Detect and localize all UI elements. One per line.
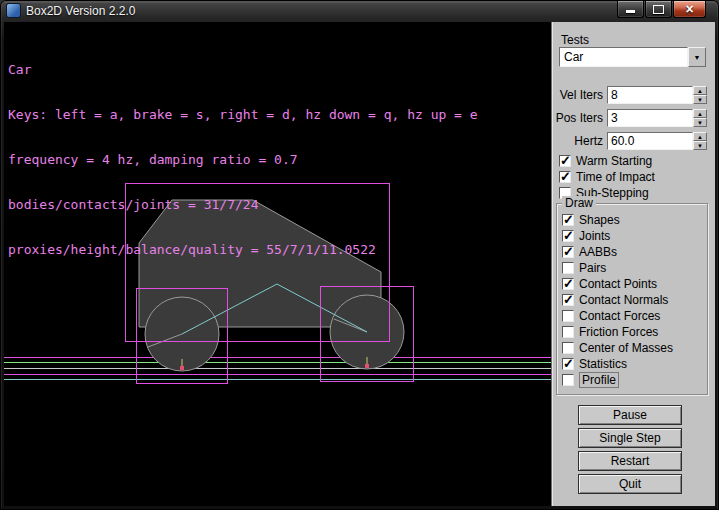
checkbox-draw-friction-forces[interactable]: Friction Forces [562, 324, 705, 340]
single-step-button-label: Single Step [599, 431, 660, 445]
arrow-up-icon: ▲ [697, 88, 703, 94]
pos-iters-up-button[interactable]: ▲ [693, 109, 707, 118]
minimize-button[interactable] [617, 1, 644, 18]
checkbox-warm-starting[interactable]: ✓ Warm Starting [559, 153, 655, 169]
checkbox-draw-contact-points[interactable]: ✓ Contact Points [562, 276, 705, 292]
checkbox-box[interactable]: ✓ [562, 278, 574, 290]
single-step-button[interactable]: Single Step [578, 428, 682, 448]
restart-button[interactable]: Restart [578, 451, 682, 471]
checkbox-box[interactable]: ✓ [562, 358, 574, 370]
checkbox-box[interactable]: ✓ [562, 246, 574, 258]
hertz-up-button[interactable]: ▲ [693, 132, 707, 141]
checkbox-label: Warm Starting [576, 154, 652, 168]
proxies-stats-line: proxies/height/balance/quality = 55/7/1/… [8, 242, 478, 257]
checkbox-box[interactable] [562, 310, 574, 322]
checkbox-label: Time of Impact [576, 170, 655, 184]
checkbox-draw-contact-forces[interactable]: Contact Forces [562, 308, 705, 324]
arrow-down-icon: ▼ [697, 143, 703, 149]
chevron-down-icon: ▼ [694, 54, 701, 61]
restart-button-label: Restart [611, 454, 650, 468]
checkbox-label: Pairs [579, 261, 606, 275]
pause-button-label: Pause [613, 408, 647, 422]
hertz-label: Hertz [554, 134, 603, 148]
checkbox-box[interactable] [562, 342, 574, 354]
simulation-canvas[interactable]: Car Keys: left = a, brake = s, right = d… [4, 22, 551, 506]
arrow-up-icon: ▲ [697, 134, 703, 140]
checkbox-draw-contact-normals[interactable]: ✓ Contact Normals [562, 292, 705, 308]
checkbox-label: Contact Forces [579, 309, 660, 323]
checkbox-box[interactable] [562, 374, 574, 386]
app-window: Box2D Version 2.2.0 × [0, 0, 719, 510]
checkbox-draw-profile[interactable]: Profile [562, 372, 705, 388]
left-contact-point [180, 366, 184, 370]
checkbox-label: AABBs [579, 245, 617, 259]
checkbox-box[interactable]: ✓ [559, 171, 571, 183]
maximize-icon [653, 5, 664, 14]
maximize-button[interactable] [645, 1, 672, 18]
vel-iters-spinner: Vel Iters 8 ▲ ▼ [554, 86, 707, 104]
checkbox-draw-joints[interactable]: ✓ Joints [562, 228, 705, 244]
checkbox-draw-pairs[interactable]: Pairs [562, 260, 705, 276]
window-controls: × [617, 1, 706, 18]
checkbox-box[interactable] [562, 262, 574, 274]
checkbox-box[interactable]: ✓ [562, 214, 574, 226]
title-bar[interactable]: Box2D Version 2.2.0 × [0, 0, 719, 22]
pause-button[interactable]: Pause [578, 405, 682, 425]
pos-iters-down-button[interactable]: ▼ [693, 118, 707, 127]
control-panel: Tests Car ▼ Vel Iters 8 ▲ ▼ Pos Iters 3 … [551, 22, 715, 506]
arrow-up-icon: ▲ [697, 111, 703, 117]
checkbox-label: Profile [579, 372, 619, 388]
vel-iters-arrows: ▲ ▼ [693, 86, 707, 104]
vel-iters-label: Vel Iters [554, 88, 603, 102]
hertz-arrows: ▲ ▼ [693, 132, 707, 150]
quit-button[interactable]: Quit [578, 474, 682, 494]
solver-options: ✓ Warm Starting ✓ Time of Impact Sub-Ste… [559, 153, 655, 201]
checkbox-label: Statistics [579, 357, 627, 371]
checkbox-draw-statistics[interactable]: ✓ Statistics [562, 356, 705, 372]
draw-group-title: Draw [562, 196, 596, 210]
close-icon: × [685, 2, 693, 17]
checkbox-draw-aabbs[interactable]: ✓ AABBs [562, 244, 705, 260]
debug-stats-text: Car Keys: left = a, brake = s, right = d… [8, 32, 478, 287]
checkbox-label: Friction Forces [579, 325, 658, 339]
pos-iters-spinner: Pos Iters 3 ▲ ▼ [554, 109, 707, 127]
checkbox-draw-shapes[interactable]: ✓ Shapes [562, 212, 705, 228]
tests-dropdown[interactable]: Car ▼ [559, 47, 706, 67]
vel-iters-input[interactable]: 8 [607, 86, 693, 104]
test-title: Car [8, 62, 478, 77]
arrow-down-icon: ▼ [697, 120, 703, 126]
checkbox-label: Contact Normals [579, 293, 668, 307]
checkbox-label: Contact Points [579, 277, 657, 291]
checkbox-label: Center of Masses [579, 341, 673, 355]
checkbox-label: Joints [579, 229, 610, 243]
pos-iters-label: Pos Iters [554, 111, 603, 125]
vel-iters-up-button[interactable]: ▲ [693, 86, 707, 95]
arrow-down-icon: ▼ [697, 97, 703, 103]
vel-iters-down-button[interactable]: ▼ [693, 95, 707, 104]
action-buttons: Pause Single Step Restart Quit [578, 405, 682, 497]
checkbox-draw-center-of-masses[interactable]: Center of Masses [562, 340, 705, 356]
tests-dropdown-value[interactable]: Car [559, 47, 688, 67]
right-contact-point [365, 364, 369, 368]
pos-iters-input[interactable]: 3 [607, 109, 693, 127]
pos-iters-arrows: ▲ ▼ [693, 109, 707, 127]
close-button[interactable]: × [673, 1, 706, 18]
minimize-icon [626, 10, 635, 13]
keys-help-line: Keys: left = a, brake = s, right = d, hz… [8, 107, 478, 122]
quit-button-label: Quit [619, 477, 641, 491]
tests-dropdown-button[interactable]: ▼ [688, 47, 706, 67]
app-icon [7, 4, 20, 17]
checkbox-box[interactable] [562, 326, 574, 338]
draw-options: ✓ Shapes ✓ Joints ✓ AABBs Pairs ✓ Con [562, 212, 705, 388]
checkbox-box[interactable]: ✓ [562, 230, 574, 242]
hertz-spinner: Hertz 60.0 ▲ ▼ [554, 132, 707, 150]
checkbox-box[interactable]: ✓ [562, 294, 574, 306]
tests-label: Tests [561, 33, 589, 47]
checkbox-box[interactable]: ✓ [559, 155, 571, 167]
checkbox-time-of-impact[interactable]: ✓ Time of Impact [559, 169, 655, 185]
hertz-input[interactable]: 60.0 [607, 132, 693, 150]
bodies-stats-line: bodies/contacts/joints = 31/7/24 [8, 197, 478, 212]
draw-group-box: Draw ✓ Shapes ✓ Joints ✓ AABBs Pairs [556, 203, 708, 395]
hertz-down-button[interactable]: ▼ [693, 141, 707, 150]
checkbox-label: Shapes [579, 213, 620, 227]
